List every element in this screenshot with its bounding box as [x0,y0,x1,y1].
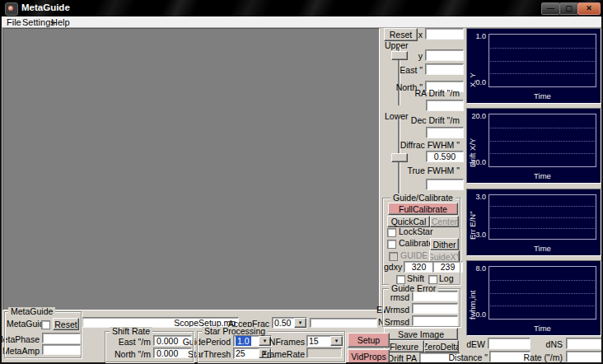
chart-fwhm: fwhm,int 8.0 0.0 Time [466,260,601,336]
rate-label: Rate ("/m) [524,353,563,362]
shift-rate-caption: Shift Rate [110,327,152,335]
x-label: x [418,30,423,40]
lower-label: Lower [385,112,409,121]
minimize-button[interactable]: — [541,2,560,15]
window-border-left [0,16,2,364]
diffrac-fwhm-label: Diffrac FWHM " [400,141,460,150]
diffrac-fwhm-field[interactable]: 0.590 [426,151,464,162]
status-aux-field [310,318,377,328]
chart-fwhm-xlabel: Time [488,324,596,333]
upper-slider-handle[interactable] [391,51,408,60]
guide-error-caption: Guide Error [389,284,438,292]
menu-help[interactable]: Help [49,17,72,27]
rate-field [566,351,603,362]
flexure-button[interactable]: Flexure [384,340,424,352]
y-label: y [418,52,423,61]
chart-fwhm-ymax: 8.0 [467,264,486,273]
chart-drift-ymin: -20.0 [467,158,486,166]
chart-fwhm-ymin: 0.0 [467,310,486,319]
accepfrac-value: 0.50 [274,318,291,328]
x-field[interactable] [425,28,464,40]
guide-calibrate-groupbox [382,198,460,285]
chart-drift-xlabel: Time [488,171,596,180]
distance-label: Distance " [449,353,488,362]
metaguide-window: MetaGuide — ▢ ✕ File Settings Help Reset… [0,0,603,364]
menu-bar: File Settings Help [0,16,603,28]
upper-label: Upper [385,41,409,50]
window-title: MetaGuide [21,2,70,12]
chart-err-ymax: 3.0 [467,193,486,201]
ra-drift-field[interactable] [426,100,464,111]
chart-drift-plot [488,114,596,167]
chart-err: Err E/N" 3.0 -3.0 Time [466,189,601,256]
setup-button[interactable]: Setup [348,333,390,348]
chart-drift-ymax: 20.0 [467,112,486,120]
close-button[interactable]: ✕ [577,2,601,15]
accepfrac-combo[interactable]: 0.50 ▼ [272,317,307,329]
save-image-button[interactable]: Save Image [384,328,458,340]
dns-field [566,338,603,349]
east-field[interactable] [425,63,464,75]
chart-xy: X, Y 1.0 0.0 Time [466,28,601,104]
star-processing-caption: Star Processing [202,327,268,335]
metaguide-caption: MetaGuide [8,307,55,315]
dropdown-arrow-icon[interactable]: ▼ [294,318,306,328]
chart-drift: Drift X/Y 20.0 -20.0 Time [466,108,601,184]
reset-scale-button[interactable]: Reset [384,28,418,41]
chart-xy-ymax: 1.0 [467,32,486,40]
title-bar[interactable]: MetaGuide — ▢ ✕ [0,0,603,16]
ra-drift-label: RA Drift "/m [415,89,460,98]
guide-error-groupbox [382,288,460,327]
chart-err-plot [488,194,596,240]
dns-label: dNS [546,340,563,349]
app-icon [5,2,18,16]
chart-xy-plot [488,34,596,87]
dew-label: dEW [466,340,485,349]
east-label: East " [400,66,423,75]
true-fwhm-field[interactable] [426,179,464,190]
metaguide-groupbox [4,311,82,358]
video-display[interactable] [2,28,380,310]
maximize-button[interactable]: ▢ [559,2,578,15]
chart-err-xlabel: Time [488,244,596,253]
dew-field [488,338,531,349]
guide-calibrate-caption: Guide/Calibrate [390,194,456,202]
chart-xy-xlabel: Time [488,91,596,100]
chart-err-ymin: -3.0 [467,231,486,239]
chart-xy-ymin: 0.0 [467,78,486,86]
zerodelta-button[interactable]: ZeroDelta [424,340,459,352]
true-fwhm-label: True FWHM " [408,166,460,175]
dec-drift-label: Dec Drift "/m [411,116,460,125]
chart-fwhm-plot [488,266,596,320]
dec-drift-field[interactable] [426,127,464,138]
y-field[interactable] [425,49,464,61]
lower-slider-handle[interactable] [391,153,408,162]
